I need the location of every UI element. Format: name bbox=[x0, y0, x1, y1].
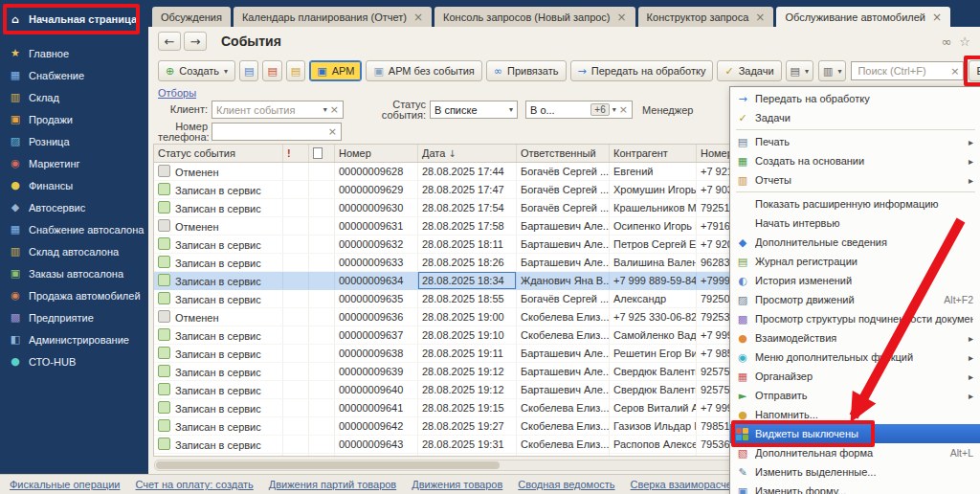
menu-item-edit-form[interactable]: ▣Изменить форму... bbox=[730, 482, 980, 494]
create-button[interactable]: ⊕ Создать ▾ bbox=[158, 60, 235, 81]
event-responsible: Богачёв Сергей ... bbox=[517, 199, 610, 217]
column-header-4[interactable]: Номер bbox=[335, 145, 418, 163]
print-button[interactable]: ▤ ▾ bbox=[786, 60, 813, 81]
menu-item-send-to-processing[interactable]: →Передать на обработку bbox=[730, 89, 980, 108]
status-mode-combo[interactable]: В списке ▾ bbox=[430, 101, 518, 119]
column-header-1[interactable]: Статус события bbox=[154, 145, 283, 163]
menu-item-subordination-structure[interactable]: ▩Просмотр структуры подчиненности докуме… bbox=[730, 309, 980, 328]
tab-4[interactable]: Конструктор запроса× bbox=[638, 7, 774, 27]
sidebar-item-16[interactable]: ●СТО-HUB bbox=[0, 350, 148, 372]
sidebar-item-8[interactable]: ●Финансы bbox=[0, 174, 148, 196]
forward-button[interactable]: → bbox=[184, 32, 207, 51]
menu-item-tasks[interactable]: ✓Задачи bbox=[730, 108, 980, 127]
sidebar-item-2[interactable]: ★Главное bbox=[0, 42, 148, 64]
statusbar-link-4[interactable]: Движения товаров bbox=[412, 479, 502, 490]
column-header-7[interactable]: Контрагент bbox=[610, 145, 697, 163]
close-icon[interactable]: × bbox=[617, 11, 627, 23]
column-header-3[interactable] bbox=[309, 145, 335, 163]
sidebar-item-7[interactable]: ◉Маркетинг bbox=[0, 152, 148, 174]
column-header-2[interactable]: ! bbox=[283, 145, 309, 163]
column-header-6[interactable]: Ответственный bbox=[517, 145, 610, 163]
menu-item-create-based-on[interactable]: ▦Создать на основании▸ bbox=[730, 151, 980, 170]
menu-item-additional-functions[interactable]: ◉Меню дополнительных функций▸ bbox=[730, 348, 980, 367]
selections-link[interactable]: Отборы bbox=[158, 87, 196, 99]
close-icon[interactable]: × bbox=[413, 11, 423, 23]
scrollbar-thumb[interactable] bbox=[156, 461, 500, 469]
sidebar-item-3[interactable]: ▦Снабжение bbox=[0, 64, 148, 86]
tab-2[interactable]: Календарь планирования (Отчет)× bbox=[234, 7, 432, 27]
post-document-button[interactable]: ▤ bbox=[262, 60, 281, 81]
menu-item-print[interactable]: ▤Печать▸ bbox=[730, 132, 980, 151]
sidebar-item-12[interactable]: ▣Заказы автосалона bbox=[0, 262, 148, 284]
caret-down-icon[interactable]: ▾ bbox=[509, 105, 513, 114]
statusbar-link-3[interactable]: Движения партий товаров bbox=[269, 479, 396, 490]
sidebar-item-15[interactable]: ◧Администрирование bbox=[0, 328, 148, 350]
event-responsible: Скобелева Елиз... bbox=[517, 399, 610, 417]
sidebar-item-1[interactable]: ⌂Начальная страница bbox=[0, 8, 148, 31]
sidebar-item-10[interactable]: ▦Снабжение автосалона bbox=[0, 218, 148, 240]
sidebar-item-label: Заказы автосалона bbox=[29, 268, 123, 280]
sidebar-item-11[interactable]: ▥Склад автосалона bbox=[0, 240, 148, 262]
link-icon[interactable]: ∞ bbox=[942, 34, 952, 49]
menu-item-interactions[interactable]: ●Взаимодействия▸ bbox=[730, 328, 980, 348]
send-to-processing-button[interactable]: → Передать на обработку bbox=[570, 60, 714, 81]
search-box[interactable]: × bbox=[851, 61, 964, 80]
search-clear-icon[interactable]: × bbox=[950, 65, 959, 78]
arm-no-event-button[interactable]: ▣ АРМ без события bbox=[366, 60, 481, 81]
menu-item-change-history[interactable]: ◐История изменений bbox=[730, 271, 980, 290]
client-filter-combo[interactable]: Клиент события ▾ × bbox=[212, 101, 344, 119]
caret-down-icon[interactable]: ▾ bbox=[323, 105, 327, 114]
copy-button[interactable]: ▤ bbox=[239, 60, 258, 81]
sidebar-item-5[interactable]: ▣Продажи bbox=[0, 108, 148, 130]
clear-icon[interactable]: × bbox=[328, 125, 337, 138]
tab-1[interactable]: Обсуждения bbox=[152, 7, 231, 27]
menu-item-send[interactable]: ►Отправить▸ bbox=[730, 386, 980, 405]
menu-item-reports[interactable]: ▥Отчеты▸ bbox=[730, 170, 980, 190]
widget-square bbox=[743, 428, 748, 434]
column-header-5[interactable]: Дата↓ bbox=[418, 145, 517, 163]
statusbar-link-1[interactable]: Фискальные операции bbox=[10, 479, 121, 490]
menu-item-organizer[interactable]: ▦Органайзер▸ bbox=[730, 367, 980, 386]
menu-item-subordination-structure-icon: ▩ bbox=[736, 313, 749, 326]
event-responsible: Богачёв Сергей ... bbox=[517, 181, 610, 199]
event-contractor: Александр bbox=[610, 290, 697, 308]
attachments-button[interactable]: ▥ ▾ bbox=[818, 60, 846, 81]
sidebar-item-9[interactable]: ◆Автосервис bbox=[0, 196, 148, 218]
close-icon[interactable]: × bbox=[755, 11, 765, 23]
search-input[interactable] bbox=[856, 64, 947, 78]
menu-item-view-movements[interactable]: ▨Просмотр движенийAlt+F2 bbox=[730, 290, 980, 309]
tab-3[interactable]: Консоль запросов (Новый запрос)× bbox=[434, 7, 635, 27]
clear-icon[interactable]: × bbox=[619, 103, 628, 116]
menu-item-widgets-off[interactable]: Виджеты выключены bbox=[730, 424, 980, 443]
sidebar-item-6[interactable]: ▨Розница bbox=[0, 130, 148, 152]
close-icon[interactable]: × bbox=[932, 11, 942, 23]
arm-button[interactable]: ▣ АРМ bbox=[309, 60, 362, 81]
menu-item-registration-log[interactable]: ▤Журнал регистрации bbox=[730, 252, 980, 271]
bind-button[interactable]: ∞ Привязать bbox=[486, 60, 567, 81]
statusbar-link-2[interactable]: Счет на оплату: создать bbox=[136, 479, 254, 490]
event-contractor: Свердюк Валенти... bbox=[610, 363, 697, 381]
menu-item-edit-selected[interactable]: ✎Изменить выделенные... bbox=[730, 462, 980, 482]
event-responsible: Скобелева Елиз... bbox=[517, 417, 610, 436]
status-list-combo[interactable]: В о... +6 ▾ × bbox=[525, 101, 633, 119]
back-button[interactable]: ← bbox=[158, 32, 181, 51]
menu-item-remind[interactable]: ●Напомнить... bbox=[730, 405, 980, 424]
more-count-badge: +6 bbox=[590, 103, 609, 116]
sidebar-item-14[interactable]: ▩Предприятие bbox=[0, 306, 148, 328]
menu-item-show-extended-info[interactable]: Показать расширенную информацию bbox=[730, 194, 980, 213]
post-document-icon: ▤ bbox=[267, 66, 277, 77]
mark-document-button[interactable]: ▤ bbox=[286, 60, 305, 81]
statusbar-link-5[interactable]: Сводная ведомость bbox=[518, 479, 614, 490]
phone-filter-input[interactable]: × bbox=[212, 123, 342, 141]
tab-5[interactable]: Обслуживание автомобилей× bbox=[776, 7, 950, 27]
tasks-button[interactable]: ✓ Задачи bbox=[717, 60, 781, 81]
sidebar-item-13[interactable]: ◉Продажа автомобилей bbox=[0, 284, 148, 306]
menu-item-additional-form[interactable]: ▧Дополнительная формаAlt+L bbox=[730, 443, 980, 462]
menu-item-start-interview[interactable]: Начать интервью bbox=[730, 213, 980, 233]
sidebar-item-4[interactable]: ▥Склад bbox=[0, 86, 148, 108]
more-button[interactable]: Еще ▾ bbox=[969, 60, 980, 81]
clear-icon[interactable]: × bbox=[330, 103, 339, 116]
caret-down-icon[interactable]: ▾ bbox=[612, 105, 616, 114]
favorites-star-icon[interactable]: ☆ bbox=[959, 34, 970, 49]
menu-item-additional-info[interactable]: ◆Дополнительные сведения bbox=[730, 233, 980, 252]
